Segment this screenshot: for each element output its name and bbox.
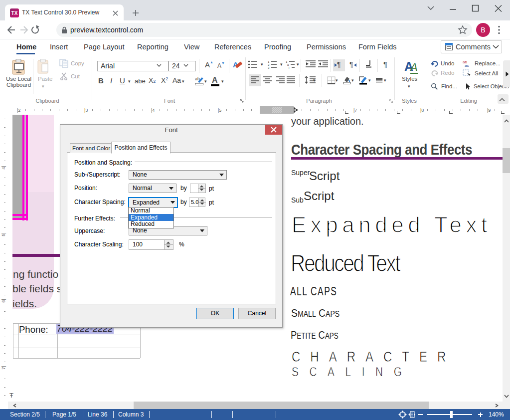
- svg-text:3: 3: [268, 66, 270, 69]
- svg-text:i: i: [289, 66, 289, 69]
- svg-text:ac: ac: [465, 63, 469, 67]
